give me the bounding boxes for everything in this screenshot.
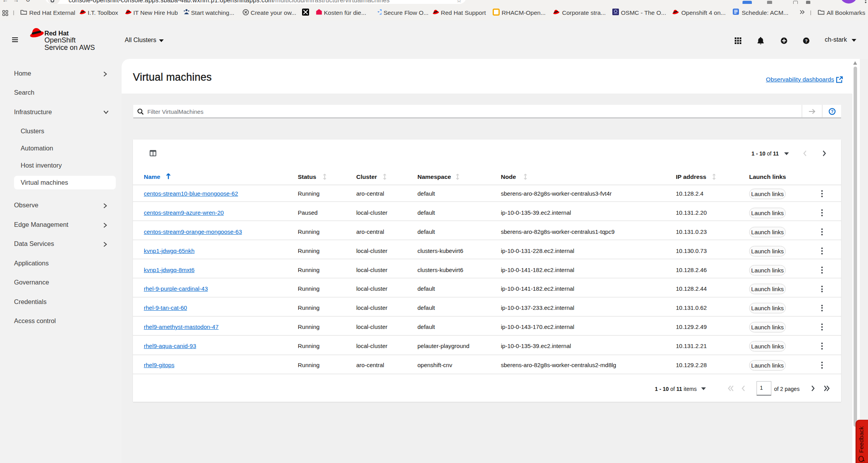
svg-text:?: ? xyxy=(831,109,834,114)
svg-text:?: ? xyxy=(805,38,808,43)
